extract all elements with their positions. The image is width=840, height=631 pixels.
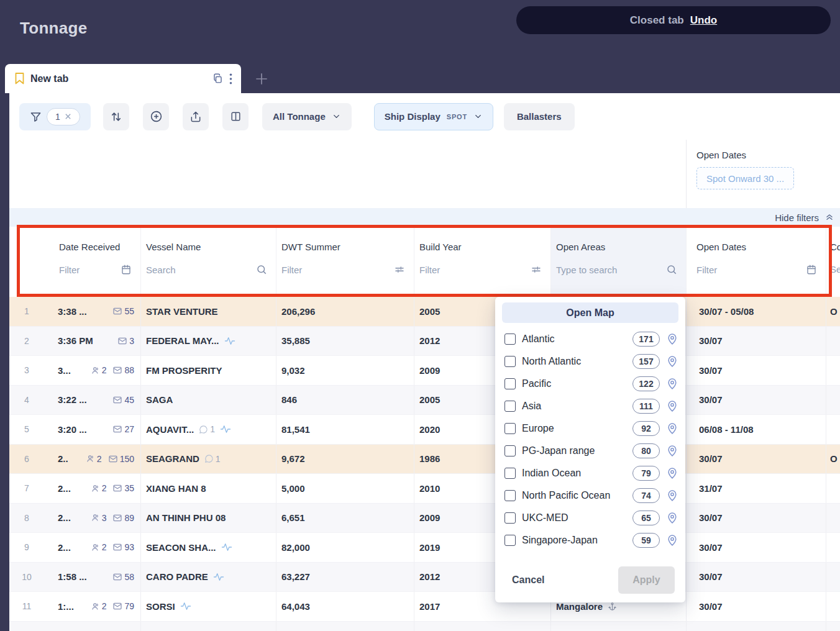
map-pin-icon[interactable] <box>666 489 678 502</box>
export-button[interactable] <box>183 103 209 130</box>
undo-link[interactable]: Undo <box>690 14 717 27</box>
table-row[interactable]: 8 2... 3 89 AN THINH PHU 08 6,651 2009 <box>9 504 840 533</box>
input-placeholder: Filter <box>281 265 302 275</box>
open-area-option[interactable]: North Atlantic 157 <box>502 350 678 373</box>
view-selector-dropdown[interactable]: All Tonnage <box>262 103 352 130</box>
search-icon[interactable] <box>256 264 267 275</box>
people-icon <box>91 543 100 552</box>
chat-bubble-icon <box>199 425 208 434</box>
vessel-cell[interactable]: SEAGRAND 1 <box>141 445 276 474</box>
columns-button[interactable] <box>222 103 249 130</box>
gutter-header <box>9 227 44 297</box>
table-row[interactable]: 7 2... 2 35 XIANG HAN 8 5,000 2010 <box>9 474 840 504</box>
table-row[interactable]: 12 1:4... THUAN PHU... 39,105 2013 Bangk… <box>9 622 840 631</box>
area-checkbox[interactable] <box>504 512 516 524</box>
vessel-cell[interactable]: AQUAVIT... 1 <box>141 415 276 444</box>
open-map-button[interactable]: Open Map <box>502 302 678 323</box>
input-placeholder: Filter <box>59 265 80 275</box>
vessel-cell[interactable]: SEACON SHA... <box>141 533 276 562</box>
apply-button[interactable]: Apply <box>618 566 675 594</box>
vessel-name-search-input[interactable]: Search <box>146 264 276 275</box>
area-checkbox[interactable] <box>504 445 516 456</box>
open-area-option[interactable]: North Pacific Ocean 74 <box>502 484 678 507</box>
open-dates-cell: 30/07 <box>687 445 826 474</box>
open-area-value: Mangalore <box>556 601 603 612</box>
map-pin-icon[interactable] <box>666 355 678 368</box>
open-area-option[interactable]: Indian Ocean 79 <box>502 462 678 484</box>
area-checkbox[interactable] <box>504 378 516 389</box>
vessel-cell[interactable]: XIANG HAN 8 <box>141 474 276 503</box>
vessel-cell[interactable]: THUAN PHU... <box>141 622 276 631</box>
build-year-filter-input[interactable]: Filter <box>419 264 550 275</box>
map-pin-icon[interactable] <box>666 467 678 479</box>
vessel-cell[interactable]: SAGA <box>141 386 276 415</box>
add-button[interactable] <box>143 103 169 130</box>
vessel-cell[interactable]: AN THINH PHU 08 <box>141 504 276 533</box>
search-icon[interactable] <box>666 264 677 275</box>
area-checkbox[interactable] <box>504 490 516 501</box>
open-dates-filter-input[interactable]: Filter <box>696 264 826 275</box>
table-row[interactable]: 2 3:36 PM 3 FEDERAL MAY... 35,885 2012 <box>9 327 840 356</box>
partial-filter-input[interactable]: Se <box>830 264 840 275</box>
clear-filter-icon[interactable] <box>65 113 71 120</box>
open-area-option[interactable]: UKC-MED 65 <box>502 507 678 529</box>
duplicate-tab-icon[interactable] <box>212 73 223 84</box>
page-title: Tonnage <box>20 19 88 38</box>
table-row[interactable]: 10 1:58 ... 58 CARO PADRE 63,227 2012 <box>9 563 840 592</box>
map-pin-icon[interactable] <box>666 333 678 345</box>
open-dates-filter-chip[interactable]: Spot Onward 30 ... <box>696 167 794 189</box>
map-pin-icon[interactable] <box>666 445 678 457</box>
vessel-cell[interactable]: FM PROSPERITY <box>141 356 276 385</box>
map-pin-icon[interactable] <box>666 534 678 547</box>
area-label: Europe <box>522 423 626 434</box>
map-pin-icon[interactable] <box>666 422 678 435</box>
filter-button[interactable]: 1 <box>19 103 91 130</box>
sliders-icon[interactable] <box>531 264 542 275</box>
activity-pulse-icon <box>220 424 231 434</box>
map-pin-icon[interactable] <box>666 400 678 412</box>
open-area-option[interactable]: Atlantic 171 <box>502 328 678 350</box>
vessel-cell[interactable]: STAR VENTURE <box>141 297 276 326</box>
table-row[interactable]: 11 1:... 2 79 SORSI 64,043 2017 <box>9 592 840 622</box>
open-area-option[interactable]: Singapore-Japan 59 <box>502 529 678 552</box>
sliders-icon[interactable] <box>394 264 405 275</box>
double-chevron-up-icon[interactable] <box>824 212 834 222</box>
table-row[interactable]: 1 3:38 ... 55 STAR VENTURE 206,296 2005 … <box>9 297 840 327</box>
plus-icon <box>253 71 270 87</box>
area-checkbox[interactable] <box>504 334 516 345</box>
cancel-button[interactable]: Cancel <box>512 574 544 586</box>
area-checkbox[interactable] <box>504 401 516 412</box>
table-row[interactable]: 9 2... 2 93 SEACON SHA... 82,000 2019 <box>9 533 840 563</box>
table-row[interactable]: 6 2.. 2 150 SEAGRAND 1 <box>9 445 840 474</box>
vessel-cell[interactable]: CARO PADRE <box>141 563 276 592</box>
open-areas-search-input[interactable]: Type to search <box>556 264 686 275</box>
calendar-icon[interactable] <box>806 264 817 275</box>
dwt-filter-input[interactable]: Filter <box>281 264 414 275</box>
vessel-cell[interactable]: FEDERAL MAY... <box>141 327 276 356</box>
vessel-cell[interactable]: SORSI <box>141 592 276 621</box>
ballasters-button[interactable]: Ballasters <box>504 103 575 130</box>
date-received-cell: 3:22 ... 45 <box>44 386 141 415</box>
area-checkbox[interactable] <box>504 423 516 434</box>
tab-menu-kebab-icon[interactable] <box>229 73 232 84</box>
calendar-icon[interactable] <box>121 264 132 275</box>
area-checkbox[interactable] <box>504 535 516 546</box>
map-pin-icon[interactable] <box>666 512 678 524</box>
open-area-option[interactable]: PG-Japan range 80 <box>502 440 678 462</box>
table-row[interactable]: 4 3:22 ... 45 SAGA 846 2005 30/07 <box>9 386 840 415</box>
area-checkbox[interactable] <box>504 468 516 479</box>
filter-count-badge[interactable]: 1 <box>47 108 80 125</box>
open-area-option[interactable]: Asia 111 <box>502 395 678 417</box>
sort-button[interactable] <box>103 103 129 130</box>
table-row[interactable]: 3 3... 2 88 FM PROSPERITY 9,032 2009 <box>9 356 840 386</box>
table-row[interactable]: 5 3:20 ... 27 AQUAVIT... 1 <box>9 415 840 445</box>
area-checkbox[interactable] <box>504 356 516 367</box>
hide-filters-link[interactable]: Hide filters <box>775 212 819 223</box>
add-tab-button[interactable] <box>252 70 271 88</box>
tab-new-tab[interactable]: New tab <box>5 64 241 93</box>
map-pin-icon[interactable] <box>666 378 678 390</box>
open-area-option[interactable]: Pacific 122 <box>502 373 678 395</box>
open-area-option[interactable]: Europe 92 <box>502 417 678 440</box>
date-received-filter-input[interactable]: Filter <box>59 264 140 275</box>
ship-display-dropdown[interactable]: Ship Display SPOT <box>374 103 493 130</box>
